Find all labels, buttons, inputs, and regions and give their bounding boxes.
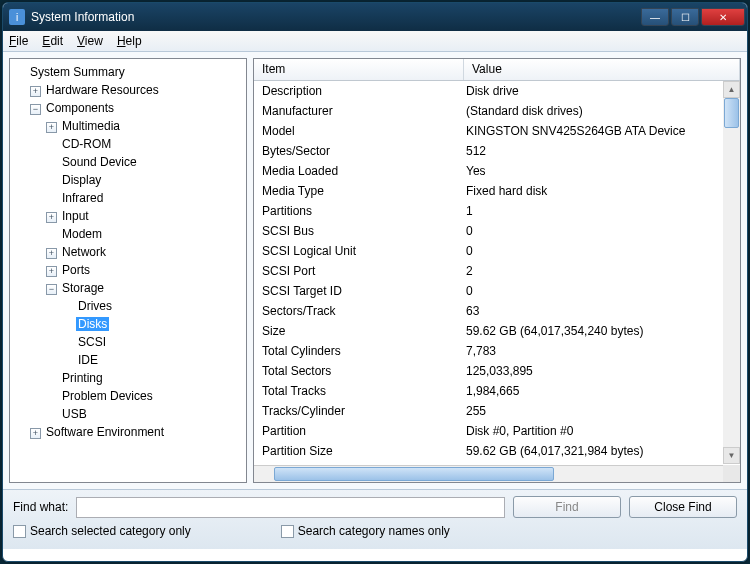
row-value: 63: [464, 302, 740, 320]
tree-hardware-resources[interactable]: +Hardware Resources: [30, 81, 246, 99]
tree-label: Multimedia: [60, 119, 122, 133]
maximize-button[interactable]: ☐: [671, 8, 699, 26]
menu-file[interactable]: File: [9, 34, 28, 48]
table-row[interactable]: Partition Size59.62 GB (64,017,321,984 b…: [254, 441, 740, 461]
row-value: KINGSTON SNV425S264GB ATA Device: [464, 122, 740, 140]
table-row[interactable]: SCSI Bus0: [254, 221, 740, 241]
tree-software-environment[interactable]: +Software Environment: [30, 423, 246, 441]
horizontal-scrollbar[interactable]: [254, 465, 723, 482]
tree-ide[interactable]: IDE: [62, 351, 246, 369]
tree-label: USB: [60, 407, 89, 421]
expand-icon[interactable]: +: [46, 212, 57, 223]
row-item: Total Sectors: [254, 362, 464, 380]
row-item: Description: [254, 82, 464, 100]
table-row[interactable]: Total Sectors125,033,895: [254, 361, 740, 381]
tree-label: Problem Devices: [60, 389, 155, 403]
table-row[interactable]: SCSI Port2: [254, 261, 740, 281]
row-item: Partition: [254, 422, 464, 440]
window-title: System Information: [31, 10, 641, 24]
tree-input[interactable]: +Input: [46, 207, 246, 225]
tree-label: CD-ROM: [60, 137, 113, 151]
menu-view[interactable]: View: [77, 34, 103, 48]
table-row[interactable]: Partitions1: [254, 201, 740, 221]
tree-problem-devices[interactable]: Problem Devices: [46, 387, 246, 405]
table-row[interactable]: Tracks/Cylinder255: [254, 401, 740, 421]
tree-usb[interactable]: USB: [46, 405, 246, 423]
row-value: 512: [464, 142, 740, 160]
tree-printing[interactable]: Printing: [46, 369, 246, 387]
menu-help[interactable]: Help: [117, 34, 142, 48]
table-row[interactable]: Media LoadedYes: [254, 161, 740, 181]
titlebar[interactable]: i System Information — ☐ ✕: [3, 3, 747, 31]
scroll-thumb[interactable]: [724, 98, 739, 128]
collapse-icon[interactable]: −: [46, 284, 57, 295]
expand-icon[interactable]: +: [30, 86, 41, 97]
rows-list[interactable]: DescriptionDisk driveManufacturer(Standa…: [254, 81, 740, 482]
table-row[interactable]: Sectors/Track63: [254, 301, 740, 321]
tree-drives[interactable]: Drives: [62, 297, 246, 315]
row-value: 255: [464, 402, 740, 420]
expand-icon[interactable]: +: [46, 122, 57, 133]
table-row[interactable]: Total Cylinders7,783: [254, 341, 740, 361]
find-panel: Find what: Find Close Find Search select…: [3, 489, 747, 549]
tree-sound-device[interactable]: Sound Device: [46, 153, 246, 171]
table-row[interactable]: Media TypeFixed hard disk: [254, 181, 740, 201]
row-value: Yes: [464, 162, 740, 180]
tree-modem[interactable]: Modem: [46, 225, 246, 243]
tree-disks[interactable]: Disks: [62, 315, 246, 333]
close-find-button[interactable]: Close Find: [629, 496, 737, 518]
table-row[interactable]: Size59.62 GB (64,017,354,240 bytes): [254, 321, 740, 341]
tree-components[interactable]: −Components +Multimedia CD-ROM Sound Dev…: [30, 99, 246, 423]
tree-pane[interactable]: System Summary +Hardware Resources −Comp…: [9, 58, 247, 483]
tree-storage[interactable]: −Storage Drives Disks SCSI IDE: [46, 279, 246, 369]
table-row[interactable]: PartitionDisk #0, Partition #0: [254, 421, 740, 441]
tree-infrared[interactable]: Infrared: [46, 189, 246, 207]
tree-label: Ports: [60, 263, 92, 277]
row-item: Partition Size: [254, 442, 464, 460]
tree-display[interactable]: Display: [46, 171, 246, 189]
tree-scsi[interactable]: SCSI: [62, 333, 246, 351]
row-value: 0: [464, 222, 740, 240]
tree-label: Components: [44, 101, 116, 115]
tree-ports[interactable]: +Ports: [46, 261, 246, 279]
column-item[interactable]: Item: [254, 59, 464, 80]
menu-edit[interactable]: Edit: [42, 34, 63, 48]
tree-label: Infrared: [60, 191, 105, 205]
table-row[interactable]: Manufacturer(Standard disk drives): [254, 101, 740, 121]
scroll-thumb[interactable]: [274, 467, 554, 481]
row-item: Partitions: [254, 202, 464, 220]
row-value: 125,033,895: [464, 362, 740, 380]
row-value: 7,783: [464, 342, 740, 360]
row-item: Manufacturer: [254, 102, 464, 120]
table-row[interactable]: SCSI Logical Unit0: [254, 241, 740, 261]
search-category-names-checkbox[interactable]: Search category names only: [281, 524, 450, 538]
minimize-button[interactable]: —: [641, 8, 669, 26]
collapse-icon[interactable]: −: [30, 104, 41, 115]
tree-label: Input: [60, 209, 91, 223]
row-item: Media Loaded: [254, 162, 464, 180]
find-input[interactable]: [76, 497, 505, 518]
scroll-up-icon[interactable]: ▲: [723, 81, 740, 98]
expand-icon[interactable]: +: [46, 248, 57, 259]
expand-icon[interactable]: +: [30, 428, 41, 439]
row-value: 59.62 GB (64,017,321,984 bytes): [464, 442, 740, 460]
column-value[interactable]: Value: [464, 59, 740, 80]
tree-multimedia[interactable]: +Multimedia: [46, 117, 246, 135]
tree-system-summary[interactable]: System Summary +Hardware Resources −Comp…: [14, 63, 246, 441]
find-button[interactable]: Find: [513, 496, 621, 518]
row-item: SCSI Target ID: [254, 282, 464, 300]
vertical-scrollbar[interactable]: ▲ ▼: [723, 81, 740, 464]
close-button[interactable]: ✕: [701, 8, 745, 26]
expand-icon[interactable]: +: [46, 266, 57, 277]
table-row[interactable]: Total Tracks1,984,665: [254, 381, 740, 401]
table-row[interactable]: Bytes/Sector512: [254, 141, 740, 161]
tree-label: Display: [60, 173, 103, 187]
scroll-down-icon[interactable]: ▼: [723, 447, 740, 464]
table-row[interactable]: DescriptionDisk drive: [254, 81, 740, 101]
table-row[interactable]: ModelKINGSTON SNV425S264GB ATA Device: [254, 121, 740, 141]
row-item: Total Cylinders: [254, 342, 464, 360]
table-row[interactable]: SCSI Target ID0: [254, 281, 740, 301]
search-selected-category-checkbox[interactable]: Search selected category only: [13, 524, 191, 538]
tree-cdrom[interactable]: CD-ROM: [46, 135, 246, 153]
tree-network[interactable]: +Network: [46, 243, 246, 261]
